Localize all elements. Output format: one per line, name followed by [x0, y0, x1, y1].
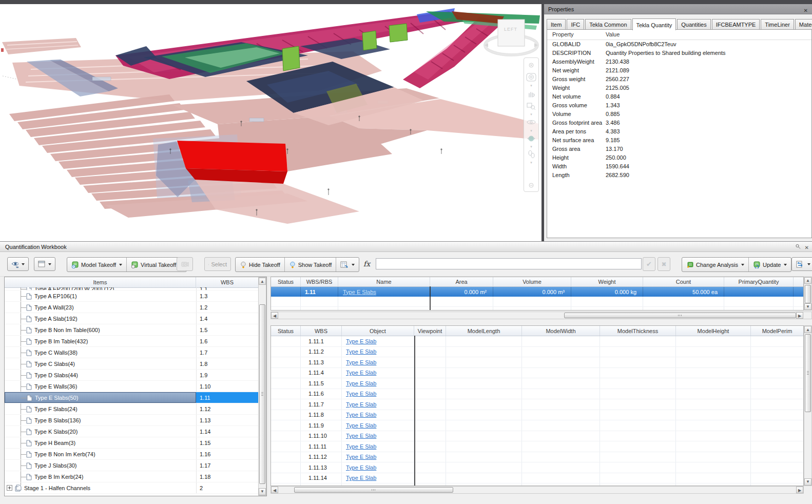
column-header-primaryquantity[interactable]: PrimaryQuantity: [724, 277, 794, 286]
column-header-viewpoint[interactable]: Viewpoint: [414, 326, 446, 336]
property-row[interactable]: Net weight2121.089: [547, 66, 811, 75]
close-icon[interactable]: ✕: [805, 243, 809, 253]
tree-row[interactable]: Stage 1 - Halfen Channels2: [5, 482, 258, 494]
chevron-down-icon[interactable]: ▾: [530, 161, 532, 164]
column-header-wbs-rbs[interactable]: WBS/RBS: [301, 277, 338, 286]
scrollbar-thumb[interactable]: [294, 487, 453, 493]
zoom-window-icon[interactable]: [527, 100, 536, 112]
property-row[interactable]: Gross volume1.343: [547, 101, 811, 110]
property-row[interactable]: Gross weight2560.227: [547, 75, 811, 84]
empty-row[interactable]: [271, 307, 803, 311]
column-header-area[interactable]: Area: [430, 277, 493, 286]
detail-row[interactable]: 1.11.13Type E Slab: [271, 462, 803, 473]
tree-row[interactable]: Type B Non Im Kerb(74)1.16: [5, 449, 258, 460]
property-row[interactable]: GLOBALID0ia_GpkO5DNPofb8C2Teuv: [547, 40, 811, 49]
summary-horizontal-scrollbar[interactable]: ◀ ▶: [270, 312, 812, 319]
tree-row[interactable]: Type F Slabs(24)1.12: [5, 403, 258, 415]
tree-row[interactable]: Type A EP106(1)1.3: [5, 290, 258, 302]
detail-row[interactable]: 1.11.2Type E Slab: [271, 347, 803, 358]
steering-wheel-icon[interactable]: [526, 71, 536, 84]
detail-row[interactable]: 1.11.7Type E Slab: [271, 399, 803, 410]
property-row[interactable]: AssemblyWeight2130.438: [547, 57, 811, 66]
object-link[interactable]: Type E Slab: [346, 454, 376, 460]
column-header-modelheight[interactable]: ModelHeight: [676, 326, 751, 336]
column-header-items[interactable]: Items: [5, 277, 196, 287]
scroll-left-arrow[interactable]: ◀: [271, 312, 278, 319]
viewport-3d[interactable]: LEFT ▾ ▾ ▾ ▾ ▾: [0, 4, 542, 241]
scroll-right-arrow[interactable]: ▶: [796, 487, 803, 493]
tab-tekla-common[interactable]: Tekla Common: [585, 19, 631, 30]
tree-row[interactable]: Type B Slabs(136)1.13: [5, 415, 258, 426]
orbit-icon[interactable]: [526, 116, 536, 128]
tree-row[interactable]: Type D Slabs(44)1.9: [5, 370, 258, 381]
detail-row[interactable]: 1.11.14Type E Slab: [271, 473, 803, 484]
close-icon[interactable]: [529, 59, 534, 71]
tab-material[interactable]: Material: [795, 19, 812, 30]
scroll-up-arrow[interactable]: ▲: [804, 326, 811, 333]
property-row[interactable]: DESCRIPTIONQuantity Properties to Shared…: [547, 49, 811, 57]
chevron-down-icon[interactable]: ▾: [530, 145, 532, 148]
detail-row[interactable]: 1.11.10Type E Slab: [271, 431, 803, 442]
empty-row[interactable]: [271, 297, 803, 307]
object-link[interactable]: Type E Slab: [346, 412, 376, 418]
column-header-volume[interactable]: Volume: [493, 277, 571, 286]
object-link[interactable]: Type E Slab: [346, 464, 376, 471]
column-header-modelperim[interactable]: ModelPerim: [751, 326, 803, 336]
detail-row[interactable]: 1.11.12Type E Slab: [271, 452, 803, 463]
object-link[interactable]: Type E Slab: [346, 338, 376, 344]
model-takeoff-button[interactable]: Model Takeoff: [67, 258, 127, 272]
takeoff-viewpoint-button[interactable]: [177, 257, 193, 271]
cancel-formula-button[interactable]: ✖: [658, 257, 670, 271]
pan-icon[interactable]: [527, 88, 536, 100]
walk-icon[interactable]: [527, 148, 535, 161]
object-link[interactable]: Type E Slab: [346, 359, 376, 365]
property-row[interactable]: Net volume0.884: [547, 92, 811, 101]
detail-row[interactable]: 1.11.5Type E Slab: [271, 378, 803, 389]
object-link[interactable]: Type E Slab: [346, 422, 376, 429]
tree-row[interactable]: Type E Walls(36)1.10: [5, 381, 258, 392]
column-header-name[interactable]: Name: [338, 277, 430, 286]
scroll-right-arrow[interactable]: ▶: [796, 312, 803, 319]
tab-timeliner[interactable]: TimeLiner: [761, 19, 794, 30]
object-link[interactable]: Type E Slab: [346, 380, 376, 386]
column-header-modelwidth[interactable]: ModelWidth: [522, 326, 600, 336]
scroll-down-arrow[interactable]: ▼: [804, 478, 811, 486]
property-row[interactable]: Width1590.644: [547, 162, 811, 171]
takeoff-report-button[interactable]: [336, 258, 359, 272]
column-header-modellength[interactable]: ModelLength: [446, 326, 522, 336]
property-row[interactable]: Gross footprint area3.486: [547, 119, 811, 127]
tree-row[interactable]: Type B Non Im Table(600)1.5: [5, 324, 258, 336]
tab-ifcbeamtype[interactable]: IFCBEAMTYPE: [712, 19, 760, 30]
property-row[interactable]: Gross area13.170: [547, 145, 811, 153]
summary-row-selected[interactable]: 1.11 Type E Slabs 0.000 m² 0.000 m³ 0.00…: [271, 287, 803, 297]
tab-item[interactable]: Item: [547, 19, 566, 30]
show-takeoff-button[interactable]: Show Takeoff: [285, 258, 337, 272]
view-cube[interactable]: LEFT: [484, 13, 541, 64]
tree-row[interactable]: Type B Im Table(432)1.6: [5, 336, 258, 347]
column-header-modelthickness[interactable]: ModelThickness: [600, 326, 676, 336]
detail-row[interactable]: 1.11.11Type E Slab: [271, 441, 803, 452]
column-header-weight[interactable]: Weight: [571, 277, 643, 286]
tree-row[interactable]: Type E Slabs(50)1.11: [5, 392, 258, 403]
scroll-up-arrow[interactable]: ▲: [259, 278, 266, 285]
tree-row[interactable]: Type K Slabs(20)1.14: [5, 426, 258, 437]
export-button[interactable]: [791, 257, 812, 271]
takeoff-visibility-button[interactable]: [7, 257, 29, 271]
detail-row[interactable]: 1.11.9Type E Slab: [271, 420, 803, 431]
tab-quantities[interactable]: Quantities: [677, 19, 711, 30]
summary-vertical-scrollbar[interactable]: ▲ ▼: [804, 277, 812, 311]
chevron-down-icon[interactable]: ▾: [530, 129, 532, 132]
close-icon[interactable]: ✕: [804, 6, 808, 16]
tree-row[interactable]: Type A Wall(23)1.2: [5, 302, 258, 313]
chevron-down-icon[interactable]: ▾: [530, 112, 532, 116]
property-row[interactable]: Volume0.885: [547, 110, 811, 119]
object-link[interactable]: Type E Slab: [346, 433, 376, 439]
property-row[interactable]: Length2682.590: [547, 171, 811, 180]
object-link[interactable]: Type E Slab: [346, 475, 376, 481]
tree-row[interactable]: Type C Walls(38)1.7: [5, 347, 258, 358]
column-header-count[interactable]: Count: [643, 277, 724, 286]
tree-row[interactable]: Type A Slab(192)1.4: [5, 313, 258, 324]
object-link[interactable]: Type E Slab: [346, 443, 376, 450]
item-link[interactable]: Type E Slabs: [343, 289, 376, 295]
tree-row[interactable]: Type H Beam(3)1.15: [5, 437, 258, 449]
